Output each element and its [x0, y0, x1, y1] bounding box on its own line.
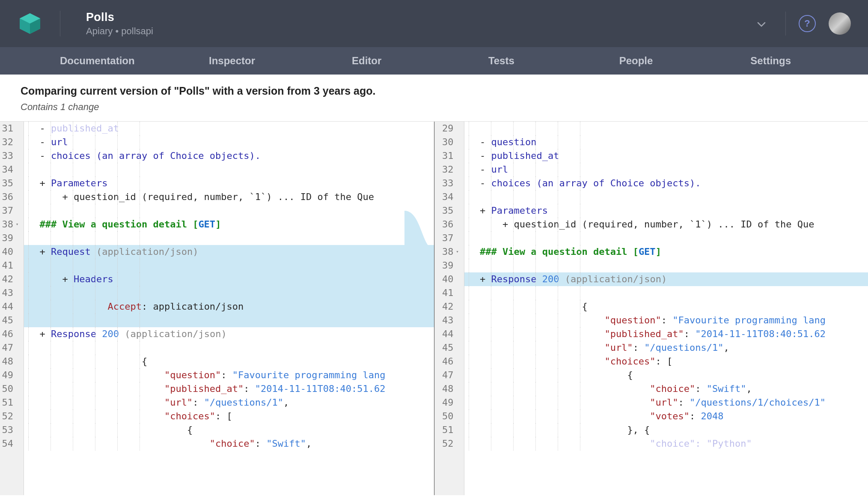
diff-viewer: 3132333435363738▾39404142434445464748495…: [0, 122, 868, 495]
line-number: 40: [2, 245, 20, 259]
fold-toggle-icon[interactable]: ▾: [455, 245, 461, 259]
code-line[interactable]: + Response 200 (application/json): [464, 272, 868, 286]
code-line[interactable]: {: [24, 355, 434, 368]
code-line[interactable]: + Headers: [24, 272, 434, 286]
code-line[interactable]: [464, 122, 868, 135]
code-line[interactable]: "choices": [: [24, 409, 434, 423]
compare-title: Comparing current version of "Polls" wit…: [21, 85, 847, 97]
code-line[interactable]: "url": "/questions/1",: [24, 396, 434, 409]
tab-documentation[interactable]: Documentation: [30, 55, 165, 67]
code-line[interactable]: - question: [464, 135, 868, 149]
line-number: 42: [437, 300, 461, 314]
code-line[interactable]: ### View a question detail [GET]: [464, 245, 868, 259]
code-line[interactable]: "url": "/questions/1",: [464, 341, 868, 355]
fold-toggle-icon[interactable]: ▾: [14, 218, 20, 231]
line-number: 33: [2, 149, 20, 163]
code-line[interactable]: + Request (application/json): [24, 245, 434, 259]
code-line[interactable]: }, {: [464, 423, 868, 437]
code-line[interactable]: "choice": "Swift",: [24, 437, 434, 451]
chevron-down-icon: [757, 22, 766, 27]
tab-editor[interactable]: Editor: [299, 55, 434, 67]
line-number: 48: [437, 382, 461, 396]
code-line[interactable]: [464, 259, 868, 272]
code-line[interactable]: "url": "/questions/1/choices/1": [464, 396, 868, 409]
line-number: 39: [2, 231, 20, 245]
line-number: 51: [437, 423, 461, 437]
line-number: 38▾: [2, 218, 20, 231]
logo[interactable]: [17, 11, 43, 36]
line-number: 49: [2, 368, 20, 382]
line-number: 43: [2, 286, 20, 300]
code-line[interactable]: - choices (an array of Choice objects).: [464, 176, 868, 190]
code-area-right[interactable]: - question - published_at - url - choice…: [464, 122, 868, 495]
app-header: Polls Apiary • pollsapi ?: [0, 0, 868, 47]
code-line[interactable]: [464, 231, 868, 245]
diff-pane-right[interactable]: 29303132333435363738▾3940414243444546474…: [434, 122, 868, 495]
line-number: 37: [2, 204, 20, 218]
code-line[interactable]: [24, 314, 434, 327]
project-title-block[interactable]: Polls Apiary • pollsapi: [86, 11, 750, 37]
tab-tests[interactable]: Tests: [434, 55, 569, 67]
code-line[interactable]: - published_at: [24, 122, 434, 135]
line-number: 35: [437, 204, 461, 218]
line-number: 51: [2, 396, 20, 409]
code-line[interactable]: "votes": 2048: [464, 409, 868, 423]
code-line[interactable]: [24, 231, 434, 245]
line-number: 29: [437, 122, 461, 135]
code-line[interactable]: + Parameters: [24, 176, 434, 190]
code-line[interactable]: "choice": "Swift",: [464, 382, 868, 396]
line-number: 32: [437, 163, 461, 176]
code-line[interactable]: [464, 286, 868, 300]
line-number: 34: [2, 163, 20, 176]
line-gutter: 3132333435363738▾39404142434445464748495…: [0, 122, 24, 495]
code-line[interactable]: [24, 286, 434, 300]
code-line[interactable]: [24, 259, 434, 272]
help-button[interactable]: ?: [799, 15, 816, 32]
code-line[interactable]: [24, 204, 434, 218]
code-line[interactable]: {: [464, 368, 868, 382]
code-line[interactable]: + question_id (required, number, `1`) ..…: [464, 218, 868, 231]
code-line[interactable]: {: [464, 300, 868, 314]
code-line[interactable]: "choices": [: [464, 355, 868, 368]
line-number: 36: [437, 218, 461, 231]
code-line[interactable]: "question": "Favourite programming lang: [24, 368, 434, 382]
code-line[interactable]: ### View a question detail [GET]: [24, 218, 434, 231]
line-number: 32: [2, 135, 20, 149]
divider: [60, 11, 60, 36]
project-title: Polls: [86, 11, 750, 24]
line-number: 31: [437, 149, 461, 163]
code-line[interactable]: - published_at: [464, 149, 868, 163]
user-avatar[interactable]: [829, 12, 851, 35]
line-number: 38▾: [437, 245, 461, 259]
tab-inspector[interactable]: Inspector: [165, 55, 300, 67]
code-line[interactable]: "choice": "Python": [464, 437, 868, 451]
code-line[interactable]: - url: [24, 135, 434, 149]
line-number: 35: [2, 176, 20, 190]
code-line[interactable]: + Response 200 (application/json): [24, 327, 434, 341]
code-line[interactable]: + question_id (required, number, `1`) ..…: [24, 190, 434, 204]
code-line[interactable]: + Parameters: [464, 204, 868, 218]
line-number: 46: [437, 355, 461, 368]
code-line[interactable]: "published_at": "2014-11-11T08:40:51.62: [464, 327, 868, 341]
diff-pane-left[interactable]: 3132333435363738▾39404142434445464748495…: [0, 122, 434, 495]
project-dropdown[interactable]: [750, 14, 773, 33]
code-line[interactable]: "published_at": "2014-11-11T08:40:51.62: [24, 382, 434, 396]
code-area-left[interactable]: - published_at - url - choices (an array…: [24, 122, 434, 495]
line-number: 33: [437, 176, 461, 190]
tab-people[interactable]: People: [569, 55, 704, 67]
code-line[interactable]: "question": "Favourite programming lang: [464, 314, 868, 327]
line-number: 41: [437, 286, 461, 300]
tab-settings[interactable]: Settings: [703, 55, 838, 67]
line-number: 36: [2, 190, 20, 204]
code-line[interactable]: {: [24, 423, 434, 437]
line-number: 45: [2, 314, 20, 327]
code-line[interactable]: [464, 190, 868, 204]
code-line[interactable]: [24, 341, 434, 355]
line-number: 52: [2, 409, 20, 423]
code-line[interactable]: Accept: application/json: [24, 300, 434, 314]
question-icon: ?: [804, 18, 810, 29]
code-line[interactable]: - url: [464, 163, 868, 176]
code-line[interactable]: [24, 163, 434, 176]
line-number: 31: [2, 122, 20, 135]
code-line[interactable]: - choices (an array of Choice objects).: [24, 149, 434, 163]
